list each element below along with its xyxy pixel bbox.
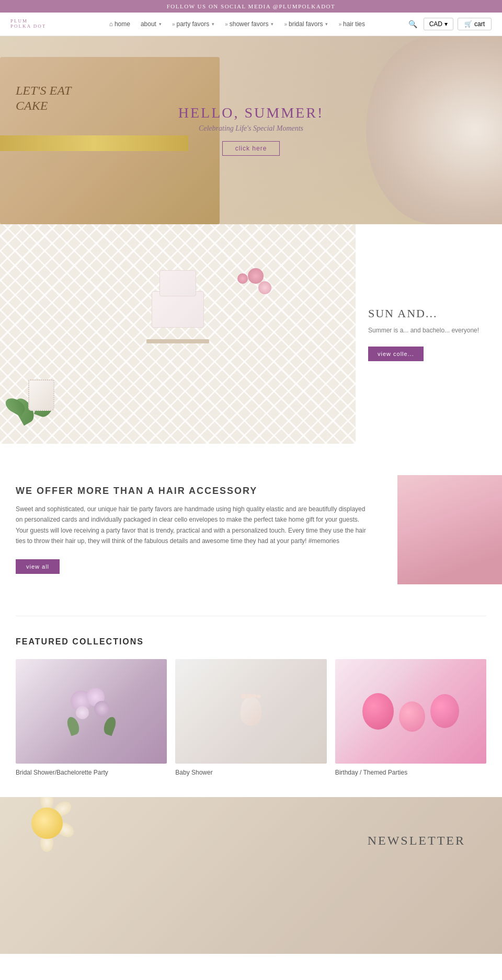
newsletter-title: NEWSLETTER — [16, 818, 486, 848]
collection-birthday-label: Birthday / Themed Parties — [335, 769, 486, 776]
hair-ties-arrow-icon: » — [338, 21, 341, 27]
collection-bridal[interactable]: Bridal Shower/Bachelorette Party — [16, 659, 167, 776]
balloon-1 — [362, 693, 394, 730]
nav-about[interactable]: about ▾ — [136, 18, 166, 30]
collection-baby[interactable]: Baby Shower — [175, 659, 326, 776]
hair-section: WE OFFER MORE THAN A HAIR ACCESSORY Swee… — [0, 444, 502, 616]
flower-3 — [237, 273, 248, 284]
promo-title: SUN AND... — [368, 307, 489, 320]
featured-section-title: FEATURED COLLECTIONS — [16, 637, 486, 647]
hero-right-decoration — [366, 36, 502, 224]
top-banner: FOLLOW US ON SOCIAL MEDIA @PLUMPOLKADOT — [0, 0, 502, 13]
baby-foot — [241, 697, 261, 725]
bouquet-flower-3 — [94, 701, 110, 717]
flowers-decoration — [243, 268, 284, 310]
bridal-favors-arrow-icon: » — [284, 21, 287, 27]
nav-hair-ties[interactable]: » hair ties — [334, 18, 369, 30]
nav-about-label: about — [141, 20, 156, 28]
collection-baby-label: Baby Shower — [175, 769, 326, 776]
promo-cta-button[interactable]: view colle... — [368, 347, 424, 361]
hair-image-area — [397, 475, 502, 584]
promo-section: SUN AND... Summer is a... and bachelo...… — [0, 224, 502, 444]
gold-ribbon-decoration — [0, 135, 188, 151]
bouquet-flower-4 — [76, 706, 89, 719]
hero-section: LET'S EAT CAKE HELLO, SUMMER! Celebratin… — [0, 36, 502, 224]
hair-view-all-button[interactable]: view all — [16, 559, 60, 574]
currency-dropdown-icon: ▾ — [444, 20, 448, 28]
cake-box-text: LET'S EAT CAKE — [16, 83, 71, 113]
collection-birthday-image — [335, 659, 486, 764]
cake-text-line1: LET'S EAT — [16, 84, 71, 97]
bridal-favors-dropdown-icon: ▾ — [325, 21, 328, 27]
logo[interactable]: plum polka dot — [10, 19, 68, 29]
logo-subtext: polka dot — [10, 24, 68, 29]
collection-baby-image — [175, 659, 326, 764]
hair-text-area: WE OFFER MORE THAN A HAIR ACCESSORY Swee… — [0, 475, 397, 584]
cake-tier-top — [159, 270, 196, 296]
promo-text-block: SUN AND... Summer is a... and bachelo...… — [356, 224, 502, 444]
cake-tier-bottom — [152, 291, 204, 328]
balloons-decoration — [335, 659, 486, 764]
baby-toe-3 — [252, 694, 257, 698]
hero-cta-button[interactable]: click here — [222, 141, 280, 156]
flower-2 — [258, 281, 271, 294]
nav-shower-favors[interactable]: » shower favors ▾ — [221, 18, 278, 30]
hair-section-title: WE OFFER MORE THAN A HAIR ACCESSORY — [16, 486, 371, 497]
nav-shower-favors-label: shower favors — [230, 20, 269, 28]
cake-stand-base — [146, 339, 209, 343]
cake-text-line2: CAKE — [16, 99, 48, 112]
main-nav: plum polka dot ⌂ home about ▾ » party fa… — [0, 13, 502, 36]
home-icon: ⌂ — [109, 20, 113, 28]
baby-feet-decoration — [175, 659, 326, 764]
collections-grid: Bridal Shower/Bachelorette Party Baby Sh… — [16, 659, 486, 776]
nav-hair-ties-label: hair ties — [343, 20, 365, 28]
bouquet-flowers — [65, 685, 118, 737]
cart-label: cart — [474, 20, 485, 28]
collection-bridal-label: Bridal Shower/Bachelorette Party — [16, 769, 167, 776]
nav-icons: 🔍 CAD ▾ 🛒 cart — [406, 18, 492, 30]
party-favors-arrow-icon: » — [172, 21, 175, 27]
bouquet-decoration — [16, 659, 167, 764]
nav-bridal-favors[interactable]: » bridal favors ▾ — [280, 18, 332, 30]
cart-button[interactable]: 🛒 cart — [458, 18, 492, 30]
hero-subtitle: Celebrating Life's Special Moments — [178, 124, 324, 133]
currency-label: CAD — [429, 20, 442, 28]
baby-toe-1 — [241, 694, 247, 699]
hero-text-block: HELLO, SUMMER! Celebrating Life's Specia… — [178, 105, 324, 156]
cart-icon: 🛒 — [464, 20, 472, 28]
flower-1 — [248, 268, 264, 284]
search-button[interactable]: 🔍 — [406, 18, 419, 30]
promo-description: Summer is a... and bachelo... everyone! — [368, 326, 489, 336]
featured-section: FEATURED COLLECTIONS Bridal Shower/Bache… — [0, 616, 502, 797]
nav-home-label: home — [115, 20, 130, 28]
nav-home[interactable]: ⌂ home — [105, 18, 134, 30]
hero-title: HELLO, SUMMER! — [178, 105, 324, 121]
hair-tie-decoration — [397, 475, 502, 584]
nav-bridal-favors-label: bridal favors — [289, 20, 323, 28]
shower-favors-arrow-icon: » — [225, 21, 228, 27]
vase-decoration — [28, 379, 54, 411]
top-banner-text: FOLLOW US ON SOCIAL MEDIA @PLUMPOLKADOT — [167, 3, 336, 9]
cake-stand-decoration — [141, 270, 214, 354]
about-dropdown-icon: ▾ — [159, 21, 162, 27]
baby-toe-2 — [247, 694, 252, 698]
currency-selector[interactable]: CAD ▾ — [424, 18, 453, 30]
collection-birthday[interactable]: Birthday / Themed Parties — [335, 659, 486, 776]
nav-party-favors-label: party favors — [177, 20, 210, 28]
newsletter-section: NEWSLETTER — [0, 797, 502, 954]
balloon-3 — [430, 694, 459, 728]
nav-links: ⌂ home about ▾ » party favors ▾ » shower… — [68, 18, 406, 30]
hair-section-description: Sweet and sophisticated, our unique hair… — [16, 504, 371, 547]
baby-toe-4 — [257, 695, 261, 698]
bouquet-leaf-2 — [101, 715, 118, 736]
nav-party-favors[interactable]: » party favors ▾ — [168, 18, 219, 30]
collection-bridal-image — [16, 659, 167, 764]
promo-image — [0, 224, 356, 444]
balloon-2 — [399, 701, 425, 732]
shower-favors-dropdown-icon: ▾ — [271, 21, 273, 27]
party-favors-dropdown-icon: ▾ — [212, 21, 214, 27]
